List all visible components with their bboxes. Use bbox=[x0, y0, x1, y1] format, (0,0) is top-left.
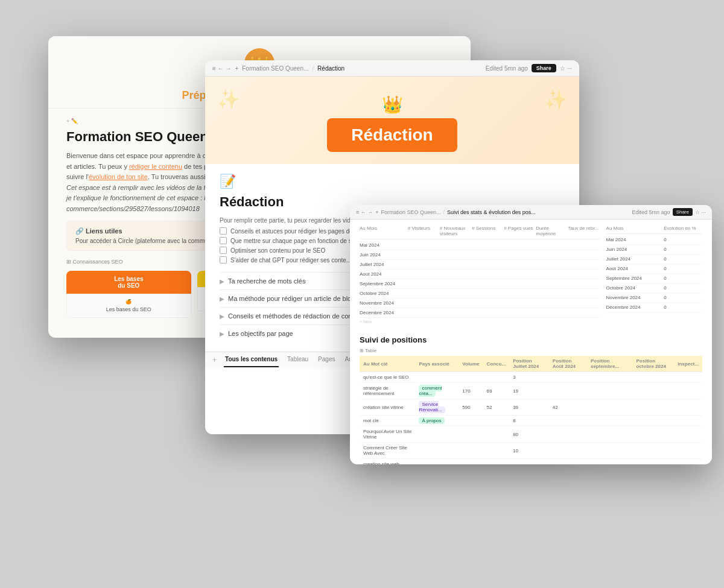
topbar3-sep: / bbox=[443, 209, 445, 215]
checkbox-box-4[interactable] bbox=[220, 256, 227, 264]
positions-row-1: qu'est-ce que le SEO 3 bbox=[360, 372, 702, 383]
positions-row-5: Pourquoi Avoir Un Site Vitrine 80 bbox=[360, 426, 702, 443]
pos-jul-4: 8 bbox=[509, 416, 549, 426]
hero-banner: Rédaction bbox=[327, 118, 457, 152]
screen3-topbar-right: Edited 5mn ago Share ☆ ··· bbox=[632, 208, 706, 216]
screen3-edited: Edited 5mn ago bbox=[632, 209, 670, 215]
tab-pages[interactable]: Pages bbox=[317, 352, 336, 367]
screen2-topbar-icons: ☆ ··· bbox=[560, 65, 572, 72]
pos-insp-3 bbox=[674, 399, 702, 416]
pos-pays-2: comment créa... bbox=[415, 383, 459, 399]
col-rebond: Taux de rebr... bbox=[568, 226, 600, 236]
positions-row-7: creation site web wordpress 20 bbox=[360, 459, 702, 465]
th-pos-oct: Position octobre 2024 bbox=[633, 356, 675, 372]
topbar-plus: + bbox=[235, 65, 238, 72]
col-visiteurs: # Visiteurs bbox=[408, 226, 440, 236]
col-new-visiteurs: # Nouveaux visiteurs bbox=[440, 226, 472, 236]
pos-vol-2: 170 bbox=[459, 383, 483, 399]
th-pays: Pays associé bbox=[415, 356, 459, 372]
pos-concu-1 bbox=[483, 372, 510, 383]
pos-aug-4 bbox=[549, 416, 587, 426]
stats-row-4: Août 2024 bbox=[360, 270, 600, 279]
stats-right-row-2: Juin 20240 bbox=[606, 245, 702, 254]
checkbox-box-1[interactable] bbox=[220, 227, 227, 235]
stats-row-8: Décembre 2024 bbox=[360, 308, 600, 318]
screen3-topbar-icons: ☆ ··· bbox=[695, 209, 706, 215]
stats-right-row-4: Août 20240 bbox=[606, 264, 702, 274]
stats-row-1: Mai 2024 bbox=[360, 241, 600, 250]
stats-right-header: Au Mois Évolution en % bbox=[606, 226, 702, 234]
pos-aug-3: 42 bbox=[549, 399, 587, 416]
stats-row-2: Juin 2024 bbox=[360, 250, 600, 260]
pos-vol-5 bbox=[459, 426, 483, 443]
stats-right-table: Au Mois Évolution en % Mai 20240 Juin 20… bbox=[606, 226, 702, 326]
tab-tableau[interactable]: Tableau bbox=[286, 352, 310, 367]
positions-row-6: Comment Créer Site Web Avec 10 bbox=[360, 443, 702, 459]
screen2-topbar-left: ≡ ← → + Formation SEO Queen... / Rédacti… bbox=[212, 65, 345, 72]
pos-sep-5 bbox=[587, 426, 633, 443]
screen3-topbar-left: ≡ ← → + Formation SEO Queen... / Suivi d… bbox=[356, 209, 536, 215]
pos-oct-2 bbox=[633, 383, 675, 399]
checkbox-box-3[interactable] bbox=[220, 247, 227, 254]
pos-insp-2 bbox=[674, 383, 702, 399]
pos-vol-4 bbox=[459, 416, 483, 426]
stats-row-7: Novembre 2024 bbox=[360, 299, 600, 308]
hero-deco-right: ✨ bbox=[545, 89, 567, 110]
stats-row-3: Juillet 2024 bbox=[360, 260, 600, 270]
stats-right-row-8: Décembre 20240 bbox=[606, 303, 702, 312]
stats-right-row-7: Novembre 20240 bbox=[606, 293, 702, 303]
pos-insp-1 bbox=[674, 372, 702, 383]
positions-table: Au Mot clé Pays associé Volume Concu... … bbox=[360, 356, 702, 464]
screen1-card-bases: Les basesdu SEO 🍊 Les bases du SEO bbox=[66, 271, 191, 318]
stats-row-6: Octobre 2024 bbox=[360, 289, 600, 299]
pos-concu-4 bbox=[483, 416, 510, 426]
th-pos-aug: Position Août 2024 bbox=[549, 356, 587, 372]
pos-jul-6: 10 bbox=[509, 443, 549, 459]
screen3-share-btn[interactable]: Share bbox=[673, 208, 693, 216]
pos-mot-cle-3: création site vitrine bbox=[360, 399, 415, 416]
tab-tous-contenus[interactable]: Tous les contenus bbox=[224, 352, 279, 367]
th-volume: Volume bbox=[459, 356, 483, 372]
pos-oct-5 bbox=[633, 426, 675, 443]
th-mot-cle: Au Mot clé bbox=[360, 356, 415, 372]
pos-aug-2 bbox=[549, 383, 587, 399]
col-mois: Au Mois bbox=[360, 226, 408, 236]
pos-pays-4: À propos bbox=[415, 416, 459, 426]
screen3-positions: Suivi de positions ⊞ Table Au Mot clé Pa… bbox=[350, 329, 712, 464]
th-pos-sep: Position septembre... bbox=[587, 356, 633, 372]
hero-deco-left: ✨ bbox=[217, 89, 240, 110]
pos-insp-5 bbox=[674, 426, 702, 443]
pos-pays-1 bbox=[415, 372, 459, 383]
pos-aug-5 bbox=[549, 426, 587, 443]
topbar-breadcrumb1: Formation SEO Queen... bbox=[242, 65, 308, 72]
pos-oct-3 bbox=[633, 399, 675, 416]
positions-row-3: création site vitrine Service Rénovati..… bbox=[360, 399, 702, 416]
positions-title: Suivi de positions bbox=[360, 335, 702, 344]
pos-jul-5: 80 bbox=[509, 426, 549, 443]
pos-sep-2 bbox=[587, 383, 633, 399]
pos-mot-cle-1: qu'est-ce que le SEO bbox=[360, 372, 415, 383]
screen3-topbar: ≡ ← → + Formation SEO Queen... / Suivi d… bbox=[350, 205, 712, 220]
pos-jul-7: 20 bbox=[509, 459, 549, 465]
pos-insp-4 bbox=[674, 416, 702, 426]
screen2-topbar: ≡ ← → + Formation SEO Queen... / Rédacti… bbox=[205, 60, 579, 77]
screen1-topbar-left: + ✏️ bbox=[66, 118, 78, 124]
hero-crown: 👑 bbox=[217, 95, 567, 115]
pos-vol-3: 590 bbox=[459, 399, 483, 416]
stats-row-5: Septembre 2024 bbox=[360, 279, 600, 289]
pos-mot-cle-2: stratégie de référencement bbox=[360, 383, 415, 399]
screen2-share-btn[interactable]: Share bbox=[532, 64, 556, 72]
pos-aug-1 bbox=[549, 372, 587, 383]
positions-table-label: ⊞ Table bbox=[360, 348, 702, 353]
screen3-stats: ≡ ← → + Formation SEO Queen... / Suivi d… bbox=[350, 205, 712, 464]
pos-sep-1 bbox=[587, 372, 633, 383]
checkbox-box-2[interactable] bbox=[220, 237, 227, 244]
pos-mot-cle-6: Comment Créer Site Web Avec bbox=[360, 443, 415, 459]
pos-mot-cle-4: mot clé bbox=[360, 416, 415, 426]
positions-row-2: stratégie de référencement comment créa.… bbox=[360, 383, 702, 399]
pos-sep-3 bbox=[587, 399, 633, 416]
topbar3-bc2: Suivi des stats & évolution des pos... bbox=[447, 209, 536, 215]
screens-container: 👑 Prépare toi à conquérir le web + ✏️ Ed… bbox=[0, 0, 724, 588]
stats-new-row: + New bbox=[360, 318, 600, 326]
topbar3-bc1: Formation SEO Queen... bbox=[381, 209, 441, 215]
